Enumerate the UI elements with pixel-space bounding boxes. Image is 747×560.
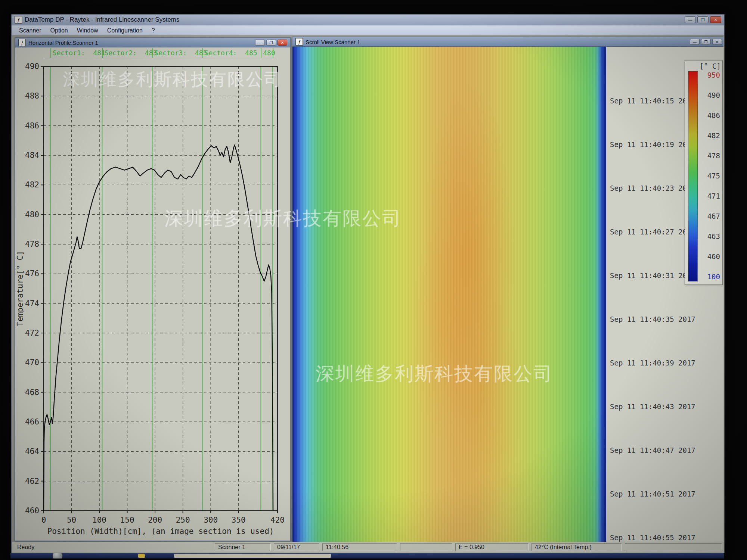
legend-tick-label: 486	[700, 111, 720, 119]
scroll-window-icon: ƒ	[295, 38, 303, 46]
main-titlebar[interactable]: ƒ DataTemp DP - Raytek - Infrared Linesc…	[12, 15, 724, 25]
legend-tick-label: 100	[700, 273, 720, 281]
legend-tick-label: 460	[700, 252, 720, 261]
legend-unit-label: [° C]	[688, 62, 721, 71]
status-empty-panel	[400, 543, 452, 551]
profile-restore-button[interactable]: ❐	[266, 40, 276, 46]
scan-timestamp: Sep 11 11:40:55 2017	[610, 533, 695, 542]
menu-item-scanner[interactable]: Scanner	[15, 27, 45, 35]
scroll-window-title: Scroll View:Scanner 1	[306, 39, 360, 45]
menu-item-configuration[interactable]: Configuration	[103, 27, 146, 35]
svg-text:472: 472	[25, 329, 39, 337]
taskbar-app-button[interactable]	[174, 554, 331, 558]
svg-text:460: 460	[25, 506, 39, 515]
sector-boundary-tick	[261, 48, 261, 58]
menu-item-[interactable]: ?	[148, 27, 159, 35]
svg-text:474: 474	[25, 299, 39, 308]
sector-label-4: Sector4: 485	[205, 49, 257, 57]
svg-text:482: 482	[25, 180, 39, 189]
profile-titlebar[interactable]: ƒ Horizontal Profile:Scanner 1 — ❐ ✕	[15, 38, 290, 47]
svg-text:480: 480	[25, 210, 39, 219]
profile-minimize-button[interactable]: —	[255, 40, 265, 46]
status-ready: Ready	[14, 543, 212, 551]
scroll-close-button[interactable]: ✕	[712, 39, 722, 45]
status-scanner: Scanner 1	[215, 543, 271, 551]
svg-text:250: 250	[176, 516, 190, 525]
svg-text:464: 464	[25, 447, 39, 456]
svg-text:50: 50	[67, 516, 76, 525]
status-time: 11:40:56	[322, 543, 397, 551]
color-scale-legend: [° C] 950490486482478475471467463460100	[685, 60, 723, 285]
folder-icon[interactable]	[138, 554, 145, 558]
temperature-profile-chart: 4604624644664684704724744764784804824844…	[15, 58, 288, 541]
svg-text:200: 200	[148, 516, 162, 525]
minimize-button[interactable]: —	[685, 16, 696, 23]
svg-text:484: 484	[25, 151, 39, 160]
restore-button[interactable]: ❐	[697, 16, 709, 23]
svg-text:468: 468	[25, 388, 39, 397]
svg-text:300: 300	[204, 516, 218, 525]
svg-text:476: 476	[25, 269, 39, 278]
workspace: ƒ Horizontal Profile:Scanner 1 — ❐ ✕ Sec…	[12, 35, 723, 542]
profile-window-title: Horizontal Profile:Scanner 1	[28, 40, 98, 46]
sector-header: Sector1: 481Sector2: 483Sector3: 485Sect…	[44, 47, 278, 58]
app-window: ƒ DataTemp DP - Raytek - Infrared Linesc…	[11, 14, 725, 553]
color-scale-labels: 950490486482478475471467463460100	[700, 71, 721, 281]
scan-timestamp: Sep 11 11:40:43 2017	[610, 402, 695, 411]
monitor-photo: ƒ DataTemp DP - Raytek - Infrared Linesc…	[0, 0, 747, 560]
sector-boundary-tick	[50, 48, 51, 58]
sector-label-2: Sector2: 483	[104, 49, 157, 57]
legend-tick-label: 478	[700, 152, 720, 160]
legend-tick-label: 490	[700, 91, 720, 99]
scan-timestamp: Sep 11 11:40:31 201	[610, 271, 691, 280]
scan-timestamp: Sep 11 11:40:23 201	[610, 184, 691, 192]
svg-text:420: 420	[270, 516, 285, 525]
sector-label-3: Sector3: 485	[155, 49, 207, 57]
status-emissivity: E = 0.950	[455, 543, 529, 551]
legend-tick-label: 475	[700, 172, 720, 180]
profile-window-icon: ƒ	[18, 39, 26, 46]
legend-tick-label: 463	[700, 232, 720, 240]
scroll-restore-button[interactable]: ❐	[701, 39, 711, 45]
scroll-titlebar[interactable]: ƒ Scroll View:Scanner 1 — ❐ ✕	[292, 37, 723, 47]
legend-tick-label: 482	[700, 131, 720, 140]
svg-text:486: 486	[25, 121, 39, 130]
profile-close-button[interactable]: ✕	[278, 40, 287, 46]
svg-text:Position (Width)[cm], (an imag: Position (Width)[cm], (an image section …	[47, 527, 274, 536]
status-internal-temp: 42°C (Internal Temp.)	[531, 543, 622, 551]
sector-extra-value: 480	[263, 49, 275, 57]
svg-text:Temperature[° C]: Temperature[° C]	[16, 251, 25, 326]
sector-label-1: Sector1: 481	[53, 49, 105, 57]
menu-bar: ScannerOptionWindowConfiguration?	[12, 25, 724, 36]
scan-timestamp: Sep 11 11:40:47 2017	[610, 446, 695, 454]
svg-text:462: 462	[25, 477, 39, 486]
scan-timestamp: Sep 11 11:40:39 2017	[610, 359, 695, 367]
svg-text:470: 470	[25, 358, 39, 367]
scan-timestamp: Sep 11 11:40:51 2017	[610, 490, 695, 498]
profile-window: ƒ Horizontal Profile:Scanner 1 — ❐ ✕ Sec…	[15, 37, 291, 541]
svg-text:478: 478	[25, 240, 39, 249]
main-window-title: DataTemp DP - Raytek - Infrared Linescan…	[25, 16, 179, 24]
svg-text:490: 490	[25, 62, 39, 71]
start-button[interactable]	[52, 553, 63, 559]
svg-text:488: 488	[25, 91, 39, 100]
taskbar	[10, 553, 724, 559]
menu-item-option[interactable]: Option	[47, 27, 72, 35]
scan-timestamp: Sep 11 11:40:15 201	[610, 97, 691, 105]
svg-text:0: 0	[41, 516, 46, 525]
scroll-window: ƒ Scroll View:Scanner 1 — ❐ ✕ Sep 11 11:…	[292, 37, 723, 542]
svg-text:100: 100	[92, 516, 106, 525]
thermal-scan-image	[292, 47, 606, 542]
scan-timestamp: Sep 11 11:40:35 2017	[610, 315, 695, 323]
legend-tick-label: 950	[700, 71, 720, 79]
status-bar: Ready Scanner 1 09/11/17 11:40:56 E = 0.…	[12, 542, 723, 552]
svg-text:350: 350	[232, 516, 246, 525]
legend-tick-label: 467	[700, 212, 720, 220]
close-button[interactable]: ✕	[710, 16, 721, 23]
svg-text:466: 466	[25, 417, 39, 426]
menu-item-window[interactable]: Window	[73, 27, 102, 35]
scroll-minimize-button[interactable]: —	[690, 39, 700, 45]
svg-text:150: 150	[120, 516, 134, 525]
scan-timestamp: Sep 11 11:40:19 201	[610, 140, 691, 149]
status-date: 09/11/17	[274, 543, 319, 551]
